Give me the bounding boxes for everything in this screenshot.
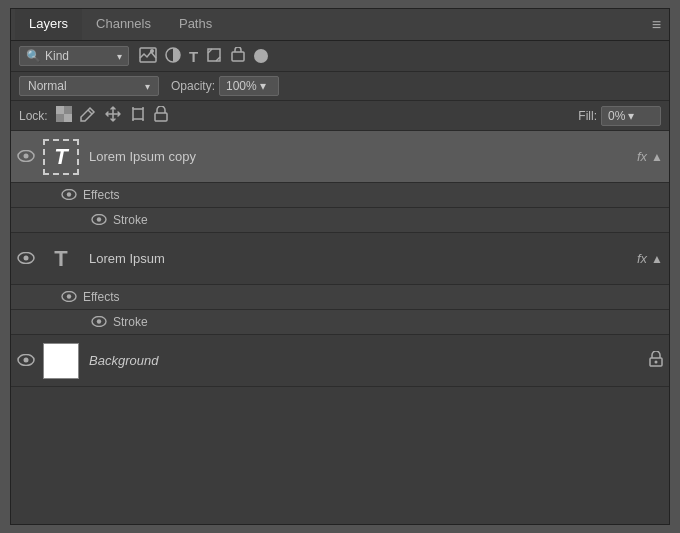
- layer-row[interactable]: T Lorem Ipsum fx ▲: [11, 233, 669, 285]
- blend-mode-arrow: ▾: [145, 81, 150, 92]
- opacity-dropdown[interactable]: 100% ▾: [219, 76, 279, 96]
- layer-thumbnail: [43, 343, 79, 379]
- effects-visibility-icon[interactable]: [61, 289, 77, 305]
- svg-point-23: [97, 217, 101, 221]
- stroke-label: Stroke: [113, 213, 148, 227]
- lock-artboard-icon[interactable]: [130, 106, 146, 125]
- effects-row[interactable]: Effects: [11, 183, 669, 208]
- layer-name: Background: [89, 353, 649, 368]
- effects-visibility-icon[interactable]: [61, 187, 77, 203]
- tab-bar: Layers Channels Paths ≡: [11, 9, 669, 41]
- layer-row[interactable]: T Lorem Ipsum copy fx ▲: [11, 131, 669, 183]
- svg-rect-6: [232, 52, 244, 61]
- filter-circle-icon[interactable]: [254, 49, 268, 63]
- tab-layers[interactable]: Layers: [15, 9, 82, 40]
- svg-rect-10: [56, 114, 64, 122]
- opacity-label: Opacity:: [171, 79, 215, 93]
- svg-rect-17: [155, 113, 167, 121]
- svg-rect-8: [64, 114, 72, 122]
- svg-point-21: [67, 192, 71, 196]
- layer-collapse-icon[interactable]: ▲: [651, 150, 663, 164]
- layer-fx-label[interactable]: fx: [637, 251, 647, 266]
- lock-label: Lock:: [19, 109, 48, 123]
- svg-point-33: [655, 361, 658, 364]
- layer-visibility-icon[interactable]: [17, 250, 35, 268]
- effects-label: Effects: [83, 290, 119, 304]
- filter-adjustment-icon[interactable]: [165, 47, 181, 66]
- svg-point-31: [24, 357, 29, 362]
- layer-name: Lorem Ipsum: [89, 251, 637, 266]
- layer-row[interactable]: Background: [11, 335, 669, 387]
- lock-icons-group: [56, 105, 168, 126]
- svg-point-27: [67, 294, 71, 298]
- lock-all-icon[interactable]: [154, 106, 168, 125]
- layer-collapse-icon[interactable]: ▲: [651, 252, 663, 266]
- filter-label: Kind: [45, 49, 69, 63]
- layer-fx-label[interactable]: fx: [637, 149, 647, 164]
- svg-rect-7: [56, 106, 64, 114]
- stroke-visibility-icon[interactable]: [91, 212, 107, 228]
- layer-name: Lorem Ipsum copy: [89, 149, 637, 164]
- blend-mode-dropdown[interactable]: Normal ▾: [19, 76, 159, 96]
- layers-list: T Lorem Ipsum copy fx ▲ Effects Stroke T…: [11, 131, 669, 524]
- svg-rect-9: [64, 106, 72, 114]
- lock-image-icon[interactable]: [80, 106, 96, 125]
- filter-shape-icon[interactable]: [206, 47, 222, 66]
- svg-point-19: [24, 153, 29, 158]
- filter-icons-group: T: [139, 47, 268, 66]
- layer-thumbnail: T: [43, 139, 79, 175]
- effects-row[interactable]: Effects: [11, 285, 669, 310]
- filter-kind-dropdown[interactable]: 🔍 Kind ▾: [19, 46, 129, 66]
- svg-line-11: [88, 110, 92, 114]
- opacity-arrow: ▾: [260, 79, 266, 93]
- fill-dropdown[interactable]: 0% ▾: [601, 106, 661, 126]
- filter-bar: 🔍 Kind ▾ T: [11, 41, 669, 72]
- layers-panel: Layers Channels Paths ≡ 🔍 Kind ▾ T: [10, 8, 670, 525]
- blend-mode-bar: Normal ▾ Opacity: 100% ▾: [11, 72, 669, 101]
- opacity-value: 100%: [226, 79, 257, 93]
- stroke-row[interactable]: Stroke: [11, 310, 669, 335]
- layer-visibility-icon[interactable]: [17, 352, 35, 370]
- tab-channels[interactable]: Channels: [82, 9, 165, 40]
- svg-point-29: [97, 319, 101, 323]
- panel-menu-icon[interactable]: ≡: [652, 16, 661, 34]
- fill-section: Fill: 0% ▾: [578, 106, 661, 126]
- svg-rect-12: [133, 109, 143, 119]
- stroke-row[interactable]: Stroke: [11, 208, 669, 233]
- lock-position-icon[interactable]: [104, 105, 122, 126]
- effects-label: Effects: [83, 188, 119, 202]
- filter-dropdown-arrow: ▾: [117, 51, 122, 62]
- filter-image-icon[interactable]: [139, 47, 157, 66]
- layer-lock-icon: [649, 351, 663, 370]
- blend-mode-value: Normal: [28, 79, 67, 93]
- fill-arrow: ▾: [628, 109, 634, 123]
- lock-bar: Lock: Fill: 0%: [11, 101, 669, 131]
- fill-label: Fill:: [578, 109, 597, 123]
- lock-transparent-icon[interactable]: [56, 106, 72, 125]
- tab-paths[interactable]: Paths: [165, 9, 226, 40]
- fill-value-text: 0%: [608, 109, 625, 123]
- opacity-section: Opacity: 100% ▾: [171, 76, 279, 96]
- svg-point-25: [24, 255, 29, 260]
- filter-smart-icon[interactable]: [230, 47, 246, 66]
- stroke-visibility-icon[interactable]: [91, 314, 107, 330]
- layer-thumbnail: T: [43, 241, 79, 277]
- stroke-label: Stroke: [113, 315, 148, 329]
- layer-visibility-icon[interactable]: [17, 148, 35, 166]
- svg-point-1: [150, 49, 154, 53]
- filter-type-icon[interactable]: T: [189, 48, 198, 65]
- search-icon: 🔍: [26, 49, 41, 63]
